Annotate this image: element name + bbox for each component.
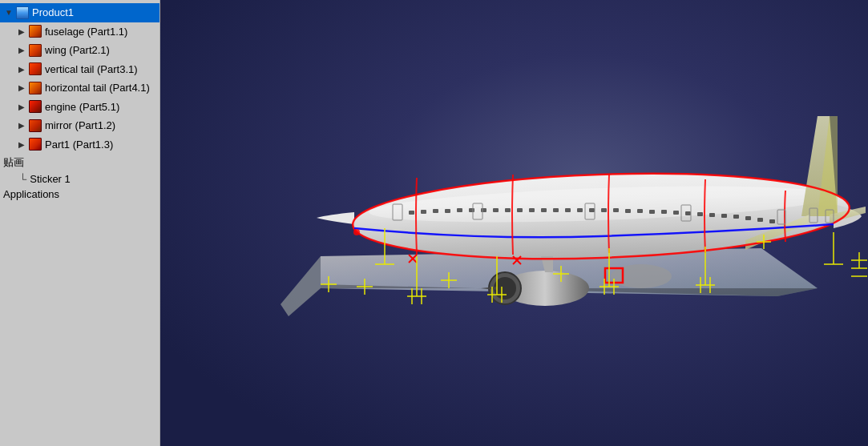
product-icon: [16, 6, 29, 19]
wing-label: wing (Part2.1): [45, 42, 110, 58]
tree-panel: ▼ Product1 ▶ fuselage (Part1.1) ▶ wing (…: [0, 0, 160, 446]
svg-rect-33: [721, 214, 727, 218]
tree-item-fuselage[interactable]: ▶ fuselage (Part1.1): [0, 22, 159, 42]
svg-rect-20: [565, 208, 571, 212]
engine-label: engine (Part5.1): [45, 99, 119, 115]
svg-rect-18: [541, 208, 547, 212]
svg-rect-22: [589, 208, 595, 212]
svg-rect-15: [505, 208, 511, 212]
engine-icon: [29, 100, 42, 113]
tree-item-wing[interactable]: ▶ wing (Part2.1): [0, 41, 159, 60]
svg-rect-11: [457, 208, 462, 212]
svg-rect-29: [673, 211, 679, 215]
tree-item-product1[interactable]: ▼ Product1: [0, 3, 159, 22]
fuselage-icon: [29, 25, 42, 38]
airplane-svg: [160, 0, 868, 446]
svg-rect-8: [421, 210, 426, 214]
tree-item-mirror[interactable]: ▶ mirror (Part1.2): [0, 116, 159, 135]
mirror-label: mirror (Part1.2): [45, 118, 115, 134]
svg-rect-26: [637, 209, 643, 213]
applications-label: Applications: [3, 188, 59, 200]
svg-rect-13: [481, 208, 486, 212]
mirror-icon: [29, 119, 42, 132]
expand-icon[interactable]: ▼: [3, 7, 14, 18]
svg-rect-31: [697, 212, 703, 216]
expand-wing[interactable]: ▶: [16, 45, 27, 56]
expand-htail[interactable]: ▶: [16, 82, 27, 94]
htail-icon: [29, 82, 42, 94]
sticker-child[interactable]: └ Sticker 1: [0, 171, 159, 187]
svg-rect-23: [601, 208, 607, 212]
svg-rect-27: [649, 210, 655, 214]
svg-rect-24: [613, 208, 619, 212]
svg-rect-19: [553, 208, 559, 212]
vtail-icon: [29, 62, 42, 75]
product1-label: Product1: [32, 5, 74, 21]
vtail-label: vertical tail (Part3.1): [45, 62, 138, 78]
expand-mirror[interactable]: ▶: [16, 120, 27, 131]
expand-part13[interactable]: ▶: [16, 139, 27, 150]
svg-rect-17: [529, 208, 535, 212]
sticker1-label: Sticker 1: [30, 173, 71, 185]
sticker-group[interactable]: 贴画: [0, 154, 159, 171]
sticker-branch-icon: └: [19, 173, 26, 185]
part13-icon: [29, 138, 42, 151]
sticker-group-label: 贴画: [3, 155, 24, 170]
applications-item[interactable]: Applications: [0, 187, 159, 202]
tree-item-engine[interactable]: ▶ engine (Part5.1): [0, 98, 159, 117]
svg-rect-12: [469, 208, 474, 212]
svg-rect-36: [757, 218, 763, 222]
svg-rect-30: [685, 211, 691, 215]
svg-rect-37: [769, 219, 775, 223]
3d-viewport: [160, 0, 868, 446]
expand-vtail[interactable]: ▶: [16, 63, 27, 74]
svg-rect-32: [709, 213, 715, 217]
airplane-3d-view: [160, 0, 868, 446]
svg-rect-14: [493, 208, 499, 212]
tree-item-htail[interactable]: ▶ horizontal tail (Part4.1): [0, 78, 159, 98]
htail-label: horizontal tail (Part4.1): [45, 80, 150, 96]
tree-item-vtail[interactable]: ▶ vertical tail (Part3.1): [0, 60, 159, 79]
part13-label: Part1 (Part1.3): [45, 137, 113, 153]
svg-rect-7: [409, 211, 414, 215]
svg-point-40: [353, 229, 360, 235]
wing-icon: [29, 44, 42, 57]
svg-rect-10: [445, 209, 450, 213]
svg-rect-16: [517, 208, 523, 212]
svg-rect-35: [745, 216, 751, 220]
tree-item-part13[interactable]: ▶ Part1 (Part1.3): [0, 135, 159, 155]
svg-rect-21: [577, 208, 583, 212]
svg-rect-9: [433, 209, 438, 213]
expand-engine[interactable]: ▶: [16, 101, 27, 112]
svg-rect-34: [733, 215, 739, 219]
svg-rect-28: [661, 210, 667, 214]
svg-rect-25: [625, 209, 631, 213]
expand-fuselage[interactable]: ▶: [16, 26, 27, 37]
fuselage-label: fuselage (Part1.1): [45, 24, 127, 40]
